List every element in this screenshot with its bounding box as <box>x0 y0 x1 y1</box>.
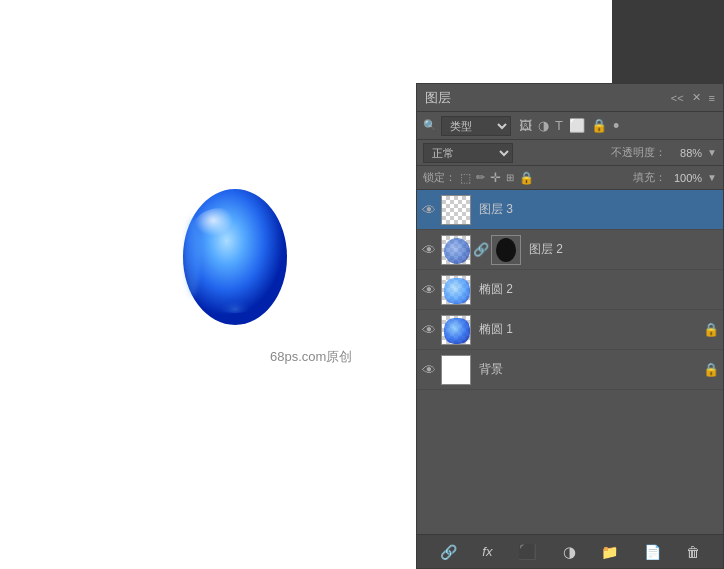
fill-label: 填充： <box>633 170 666 185</box>
opacity-dropdown-icon[interactable]: ▼ <box>707 147 717 158</box>
close-icon[interactable]: ✕ <box>692 91 701 104</box>
visibility-eye-icon[interactable]: 👁 <box>421 322 437 338</box>
shape-filter-icon[interactable]: ⬜ <box>569 118 585 133</box>
lock-transparent-icon[interactable]: ⬚ <box>460 171 471 185</box>
layer-thumb-container <box>441 355 471 385</box>
link-layers-button[interactable]: 🔗 <box>436 542 461 562</box>
fill-value[interactable]: 100% <box>670 172 702 184</box>
visibility-eye-icon[interactable]: 👁 <box>421 242 437 258</box>
panel-header-icons: << ✕ ≡ <box>671 91 715 104</box>
layer-row[interactable]: 👁 🔗 图层 2 <box>417 230 723 270</box>
lock-position-icon[interactable]: ✛ <box>490 170 501 185</box>
lock-all-icon[interactable]: 🔒 <box>519 171 534 185</box>
layer-name: 图层 3 <box>479 201 719 218</box>
blend-mode-dropdown[interactable]: 正常 <box>423 143 513 163</box>
menu-icon[interactable]: ≡ <box>709 92 715 104</box>
orb-illustration <box>170 175 300 340</box>
new-layer-button[interactable]: 📄 <box>640 542 665 562</box>
lock-label: 锁定： <box>423 170 456 185</box>
opacity-value[interactable]: 88% <box>670 147 702 159</box>
layer-thumb-container <box>441 315 471 345</box>
layer-name: 图层 2 <box>529 241 719 258</box>
layer-thumbnail <box>441 315 471 345</box>
svg-point-2 <box>205 277 265 313</box>
filter-icons: 🖼 ◑ T ⬜ 🔒 • <box>519 117 619 135</box>
lock-pixels-icon[interactable]: ✏ <box>476 171 485 184</box>
top-right-dark-area <box>612 0 724 83</box>
layer-lock-icon: 🔒 <box>703 322 719 337</box>
lock-artboard-icon[interactable]: ⊞ <box>506 172 514 183</box>
dot-filter-icon[interactable]: • <box>613 117 619 135</box>
layers-panel: 图层 << ✕ ≡ 🔍 类型 🖼 ◑ T ⬜ 🔒 • 正常 不透明度： 88% … <box>416 83 724 569</box>
smartobj-filter-icon[interactable]: 🔒 <box>591 118 607 133</box>
type-filter-icon[interactable]: T <box>555 118 563 133</box>
layers-list: 👁 图层 3 👁 🔗 图层 2 👁 <box>417 190 723 390</box>
opacity-label: 不透明度： <box>611 145 666 160</box>
layer-row[interactable]: 👁 椭圆 1 🔒 <box>417 310 723 350</box>
svg-point-1 <box>192 208 248 252</box>
panel-header: 图层 << ✕ ≡ <box>417 84 723 112</box>
layer-row[interactable]: 👁 图层 3 <box>417 190 723 230</box>
delete-layer-button[interactable]: 🗑 <box>682 542 704 562</box>
add-mask-button[interactable]: ⬛ <box>514 541 541 563</box>
svg-point-3 <box>184 217 200 297</box>
fill-dropdown-icon[interactable]: ▼ <box>707 172 717 183</box>
bottom-toolbar: 🔗 fx ⬛ ◑ 📁 📄 🗑 <box>417 534 723 568</box>
layer-name: 椭圆 2 <box>479 281 719 298</box>
blend-mode-row: 正常 不透明度： 88% ▼ <box>417 140 723 166</box>
layer-thumbnail <box>441 195 471 225</box>
layer-fx-button[interactable]: fx <box>478 542 496 561</box>
adjustment-filter-icon[interactable]: ◑ <box>538 118 549 133</box>
layer-thumbnail <box>441 235 471 265</box>
visibility-eye-icon[interactable]: 👁 <box>421 362 437 378</box>
chain-link-icon: 🔗 <box>473 242 489 257</box>
collapse-icon[interactable]: << <box>671 92 684 104</box>
visibility-eye-icon[interactable]: 👁 <box>421 202 437 218</box>
search-icon: 🔍 <box>423 119 437 132</box>
filter-bar: 🔍 类型 🖼 ◑ T ⬜ 🔒 • <box>417 112 723 140</box>
layer-thumb-container <box>441 275 471 305</box>
layer-thumb-container <box>441 195 471 225</box>
filter-type-dropdown[interactable]: 类型 <box>441 116 511 136</box>
layer-mask-thumbnail <box>491 235 521 265</box>
lock-row: 锁定： ⬚ ✏ ✛ ⊞ 🔒 填充： 100% ▼ <box>417 166 723 190</box>
layer-name: 椭圆 1 <box>479 321 699 338</box>
canvas-area: 68ps.com原创 <box>0 0 414 569</box>
layer-thumbnail <box>441 275 471 305</box>
new-group-button[interactable]: 📁 <box>597 542 622 562</box>
image-filter-icon[interactable]: 🖼 <box>519 118 532 133</box>
panel-title: 图层 <box>425 89 451 107</box>
layer-thumbnail <box>441 355 471 385</box>
layer-row[interactable]: 👁 椭圆 2 <box>417 270 723 310</box>
visibility-eye-icon[interactable]: 👁 <box>421 282 437 298</box>
lock-icons: ⬚ ✏ ✛ ⊞ 🔒 <box>460 170 534 185</box>
adjustment-button[interactable]: ◑ <box>559 541 580 563</box>
layer-lock-icon: 🔒 <box>703 362 719 377</box>
layer-row[interactable]: 👁 背景 🔒 <box>417 350 723 390</box>
watermark-text: 68ps.com原创 <box>270 348 352 366</box>
layer-thumb-container: 🔗 <box>441 235 521 265</box>
layer-name: 背景 <box>479 361 699 378</box>
